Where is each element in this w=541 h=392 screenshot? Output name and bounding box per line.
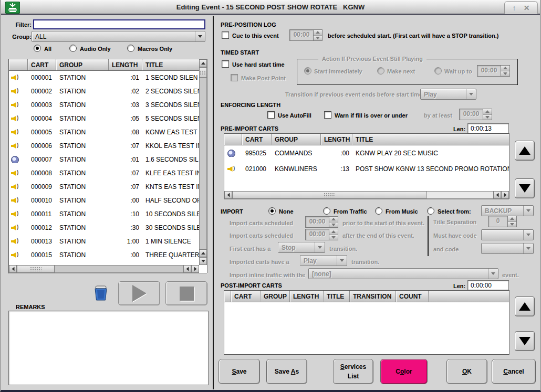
color-button[interactable]: Color (380, 359, 428, 384)
table-row[interactable]: 000007STATION:011.6 SECONDS SIL (9, 153, 199, 166)
post-import-move-up-button[interactable] (515, 296, 535, 316)
filter-input[interactable] (33, 19, 205, 29)
scroll-up-button[interactable] (199, 59, 207, 67)
column-header-title[interactable]: TITLE (352, 134, 509, 145)
scope-radio-audio-only[interactable] (69, 45, 77, 52)
scroll-right-button[interactable] (501, 191, 509, 199)
column-header-cart[interactable]: CART (242, 134, 272, 145)
table-row[interactable]: 995025 COMMANDS :00 KGNW PLAY 20 SEC MUS… (224, 145, 509, 161)
panel-divider (213, 16, 214, 389)
remarks-textarea[interactable] (8, 311, 209, 385)
table-row[interactable]: 000003STATION:033 SECONDS SILEN (9, 98, 199, 112)
table-row[interactable]: 000008STATION:07KLFE EAS TEST IN (9, 166, 199, 180)
table-row[interactable]: 000015STATION:00THREE QUARTER (9, 248, 199, 262)
pre-import-header: CART GROUP LENGTH TITLE (224, 134, 509, 145)
autofill-label: Use AutoFill (278, 112, 311, 119)
column-header-filler (429, 291, 509, 302)
group-select[interactable]: ALL (32, 31, 205, 42)
scope-radio-macros-only[interactable] (127, 45, 134, 52)
scope-radio-all[interactable] (34, 45, 41, 52)
column-header-cart[interactable]: CART (231, 291, 261, 302)
import-traffic-radio[interactable] (323, 207, 330, 215)
column-header-cart[interactable]: CART (28, 59, 56, 70)
import-section-divider (428, 216, 429, 256)
table-row[interactable]: 000011STATION:1010 SECONDS SILE (9, 207, 199, 221)
save-as-button[interactable]: Save As (266, 359, 307, 384)
import-none-radio[interactable] (268, 207, 276, 215)
table-row[interactable]: 000006STATION:07KKOL EAS TEST IN (9, 139, 199, 153)
post-import-move-down-button[interactable] (515, 331, 535, 351)
table-row[interactable]: 000002STATION:022 SECONDS SILEN (9, 84, 199, 98)
vertical-scrollbar[interactable] (199, 59, 207, 265)
pre-import-move-down-button[interactable] (515, 178, 535, 198)
save-button[interactable]: Save (219, 359, 260, 384)
column-header-icon[interactable] (9, 59, 28, 70)
table-row[interactable]: 000009STATION:07KNTS EAS TEST IN (9, 180, 199, 194)
warn-fill-checkbox[interactable] (324, 111, 331, 119)
column-header-title[interactable]: TITLE (324, 291, 350, 302)
services-list-button[interactable]: Services List (333, 359, 373, 384)
title-cell: 10 SECONDS SILE (142, 210, 199, 218)
scroll-right-button[interactable] (191, 265, 199, 273)
audition-bucket-icon[interactable] (92, 285, 109, 303)
column-header-length[interactable]: LENGTH (109, 59, 142, 70)
play-button[interactable] (118, 281, 160, 305)
close-window-button[interactable]: ✕ (524, 4, 530, 12)
vertical-scroll-thumb[interactable] (199, 67, 207, 78)
imported-carts-label: Imported carts have a (230, 259, 289, 265)
up-arrow-icon (519, 302, 530, 311)
table-row[interactable]: 000001STATION:011 SECOND SILEN (9, 71, 199, 84)
column-header-length[interactable]: LENGTH (290, 291, 324, 302)
length-cell: :00 (109, 251, 142, 259)
pre-import-len-label: Len: (453, 126, 465, 132)
chevron-down-icon (523, 230, 533, 240)
must-have-code-select (481, 229, 534, 240)
column-header-length[interactable]: LENGTH (321, 134, 352, 145)
make-next-label: Make next (387, 68, 415, 75)
table-row[interactable]: 021000 KGNWLINERS :13 POST SHOW KGNW 13 … (224, 161, 509, 177)
filter-label: Filter: (8, 22, 32, 28)
scroll-left-button[interactable] (9, 265, 17, 273)
pre-import-move-up-button[interactable] (515, 141, 535, 161)
length-cell: :30 (109, 224, 142, 231)
shade-window-button[interactable]: ↑ (512, 4, 516, 12)
ok-button[interactable]: OK (446, 359, 487, 384)
chevron-down-icon (488, 269, 498, 279)
horizontal-scroll-thumb[interactable] (17, 265, 55, 273)
hard-start-checkbox[interactable] (222, 60, 229, 68)
table-row[interactable]: 000013STATION1:001 MIN SILENCE (9, 235, 199, 248)
column-header-transition[interactable]: TRANSITION (350, 291, 396, 302)
title-bar[interactable]: Editing Event - 15 SECOND POST SHOW ROTA… (1, 0, 540, 15)
cue-offset-spinbox: 00:00 (289, 29, 322, 41)
horizontal-scroll-thumb[interactable] (232, 191, 426, 199)
scroll-left-button-2[interactable] (493, 191, 501, 199)
column-header-group[interactable]: GROUP (272, 134, 321, 145)
column-header-group[interactable]: GROUP (261, 291, 290, 302)
column-header-count[interactable]: COUNT (396, 291, 429, 302)
table-row[interactable]: 000005STATION:08KGNW EAS TEST (9, 125, 199, 139)
scroll-left-button-2[interactable] (183, 265, 191, 273)
table-row[interactable]: 000012STATION:3030 SECONDS SILE (9, 221, 199, 235)
scroll-down-button[interactable] (199, 257, 207, 265)
table-row[interactable]: 000010STATION:00HALF SECOND OF (9, 194, 199, 207)
column-header-group[interactable]: GROUP (56, 59, 109, 70)
by-at-least-spinbox: 00:00 (459, 109, 492, 120)
cue-to-event-checkbox[interactable] (222, 31, 229, 39)
column-header-icon[interactable] (224, 291, 231, 302)
stop-button[interactable] (165, 281, 207, 305)
cart-cell: 000015 (28, 251, 56, 259)
title-cell: 5 SECONDS SILEN (142, 115, 199, 122)
title-cell: 30 SECONDS SILE (142, 224, 199, 231)
import-select-from-radio[interactable] (427, 207, 434, 215)
column-header-icon[interactable] (224, 134, 242, 145)
title-cell: 1 MIN SILENCE (142, 238, 199, 245)
title-cell: KNTS EAS TEST IN (142, 183, 199, 190)
table-row[interactable]: 000004STATION:055 SECONDS SILEN (9, 112, 199, 125)
scroll-up-button-2[interactable] (199, 249, 207, 257)
import-music-radio[interactable] (375, 207, 382, 215)
sched-after-label: Import carts scheduled (230, 232, 293, 239)
autofill-checkbox[interactable] (267, 111, 275, 119)
column-header-title[interactable]: TITLE (142, 59, 199, 70)
cancel-button[interactable]: Cancel (492, 359, 536, 384)
scroll-left-button[interactable] (224, 191, 232, 199)
